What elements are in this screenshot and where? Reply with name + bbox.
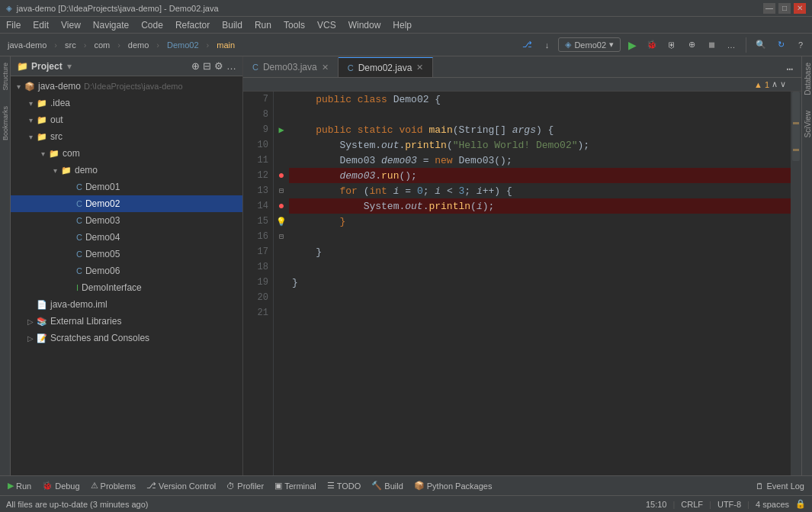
- menu-run[interactable]: Run: [249, 17, 278, 33]
- breadcrumb-class[interactable]: Demo02: [162, 39, 204, 51]
- git-fetch-icon[interactable]: ↓: [538, 37, 555, 53]
- search-icon[interactable]: 🔍: [753, 37, 769, 53]
- breadcrumb-com[interactable]: com: [89, 39, 114, 51]
- bulb-15-icon[interactable]: 💡: [276, 217, 287, 227]
- menu-build[interactable]: Build: [216, 17, 249, 33]
- tree-item-src[interactable]: ▾ 📁 src: [11, 128, 242, 145]
- tree-item-external-libs[interactable]: ▷ 📚 External Libraries: [11, 313, 242, 330]
- code-13-i1: i: [393, 185, 400, 197]
- code-lines[interactable]: public class Demo02 { public static void…: [289, 92, 791, 475]
- terminal-button[interactable]: ▣ Terminal: [270, 479, 321, 492]
- menu-view[interactable]: View: [55, 17, 87, 33]
- tree-item-demo02[interactable]: C Demo02: [11, 195, 242, 212]
- coverage-button[interactable]: ⛨: [663, 37, 680, 53]
- status-lock: 🔒: [795, 499, 806, 509]
- code-13-i2: i: [435, 185, 441, 197]
- tabs-more-icon[interactable]: ⋯: [782, 60, 798, 77]
- tree-item-demo04[interactable]: C Demo04: [11, 229, 242, 246]
- menu-code[interactable]: Code: [135, 17, 169, 33]
- status-encoding[interactable]: UTF-8: [717, 500, 741, 509]
- event-log-button[interactable]: 🗒 Event Log: [751, 480, 809, 492]
- vcs-icon[interactable]: ⎇: [518, 37, 535, 53]
- update-icon[interactable]: ↻: [772, 37, 789, 53]
- help-icon[interactable]: ?: [792, 37, 809, 53]
- version-control-button[interactable]: ⎇ Version Control: [142, 479, 220, 492]
- code-area: C Demo03.java ✕ C Demo02.java ✕ ⋯ ▲ 1 ∧: [243, 56, 801, 475]
- panel-icon-locate[interactable]: ⊕: [191, 60, 200, 72]
- tab-demo03-close[interactable]: ✕: [322, 63, 329, 72]
- tree-item-scratches[interactable]: ▷ 📝 Scratches and Consoles: [11, 330, 242, 346]
- sciview-label[interactable]: SciView: [802, 105, 812, 143]
- tab-demo02-close[interactable]: ✕: [416, 63, 423, 72]
- tree-item-com[interactable]: ▾ 📁 com: [11, 145, 242, 162]
- status-position[interactable]: 15:10: [646, 500, 667, 509]
- build-button[interactable]: 🔨 Build: [367, 479, 407, 492]
- bookmarks-label[interactable]: Bookmarks: [0, 100, 10, 147]
- scrollbar-area[interactable]: [791, 92, 801, 475]
- python-packages-button[interactable]: 📦 Python Packages: [409, 479, 497, 492]
- warning-indicator[interactable]: ▲ 1 ∧ ∨: [754, 79, 786, 89]
- database-label[interactable]: Database: [802, 56, 812, 101]
- tree-item-demo03[interactable]: C Demo03: [11, 212, 242, 229]
- breakpoint-14-icon[interactable]: ●: [278, 200, 284, 212]
- debug-tool-button[interactable]: 🐞 Debug: [37, 479, 84, 492]
- tree-label-demo03: Demo03: [85, 215, 120, 226]
- debug-button[interactable]: 🐞: [644, 37, 660, 53]
- maximize-button[interactable]: □: [778, 3, 791, 14]
- todo-button[interactable]: ☰ TODO: [323, 479, 366, 492]
- profiler-button[interactable]: ⏱ Profiler: [222, 480, 268, 492]
- tree-item-demo01[interactable]: C Demo01: [11, 179, 242, 195]
- menu-vcs[interactable]: VCS: [311, 17, 342, 33]
- run-button[interactable]: ▶: [624, 37, 640, 53]
- stop-button[interactable]: ◼: [703, 37, 720, 53]
- run-tool-button[interactable]: ▶ Run: [3, 479, 36, 492]
- structure-label[interactable]: Structure: [0, 56, 10, 97]
- menu-refactor[interactable]: Refactor: [169, 17, 216, 33]
- tab-demo03[interactable]: C Demo03.java ✕: [243, 57, 339, 77]
- status-message: All files are up-to-date (3 minutes ago): [6, 500, 148, 509]
- menu-tools[interactable]: Tools: [278, 17, 311, 33]
- breadcrumb-project[interactable]: java-demo: [3, 39, 51, 51]
- breakpoint-12-icon[interactable]: ●: [278, 169, 284, 182]
- tree-item-iml[interactable]: 📄 java-demo.iml: [11, 296, 242, 313]
- tree-item-root[interactable]: ▾ 📦 java-demo D:\IdeaProjects\java-demo: [11, 78, 242, 95]
- tree-item-idea[interactable]: ▾ 📁 .idea: [11, 95, 242, 111]
- breadcrumb-demo[interactable]: demo: [124, 39, 154, 51]
- close-button[interactable]: ✕: [794, 3, 806, 14]
- tree-item-demo-interface[interactable]: I DemoInterface: [11, 279, 242, 296]
- line-numbers: 7 8 9 10 11 12 13 14 15 16 17 18 19 20 2…: [243, 92, 274, 475]
- breadcrumb-src[interactable]: src: [60, 39, 81, 51]
- warning-nav-down[interactable]: ∨: [780, 79, 786, 89]
- panel-icon-collapse[interactable]: ⊟: [203, 60, 211, 72]
- scrollbar-thumb[interactable]: [792, 92, 800, 161]
- tree-arrow-scratches: ▷: [26, 334, 35, 343]
- title-bar-controls[interactable]: — □ ✕: [763, 3, 806, 14]
- menu-edit[interactable]: Edit: [27, 17, 55, 33]
- status-line-ending[interactable]: CRLF: [681, 500, 703, 509]
- panel-icon-more[interactable]: …: [226, 60, 236, 72]
- warning-nav-up[interactable]: ∧: [772, 79, 778, 89]
- panel-icon-settings[interactable]: ⚙: [214, 60, 223, 72]
- more-run-options[interactable]: ⊕: [683, 37, 700, 53]
- tree-item-demo06[interactable]: C Demo06: [11, 262, 242, 279]
- tree-item-demo[interactable]: ▾ 📁 demo: [11, 162, 242, 179]
- more-button[interactable]: …: [723, 37, 740, 53]
- breadcrumb-method[interactable]: main: [212, 39, 239, 51]
- run-config-arrow: ▾: [609, 40, 614, 50]
- tree-item-out[interactable]: ▾ 📁 out: [11, 111, 242, 128]
- project-panel-title: Project: [31, 61, 63, 72]
- project-dropdown-arrow[interactable]: ▾: [67, 61, 72, 72]
- menu-navigate[interactable]: Navigate: [87, 17, 135, 33]
- tree-item-demo05[interactable]: C Demo05: [11, 246, 242, 262]
- tab-demo02[interactable]: C Demo02.java ✕: [339, 57, 434, 77]
- run-config-selector[interactable]: ◈ Demo02 ▾: [558, 37, 621, 52]
- breadcrumb-sep4: ›: [156, 40, 159, 50]
- menu-help[interactable]: Help: [387, 17, 418, 33]
- menu-window[interactable]: Window: [342, 17, 387, 33]
- minimize-button[interactable]: —: [763, 3, 775, 14]
- menu-file[interactable]: File: [0, 17, 27, 33]
- problems-tool-button[interactable]: ⚠ Problems: [86, 479, 140, 492]
- panel-toolbar-icons: ⊕ ⊟ ⚙ …: [191, 60, 236, 72]
- code-line-16: [289, 229, 791, 244]
- status-indent[interactable]: 4 spaces: [756, 500, 789, 509]
